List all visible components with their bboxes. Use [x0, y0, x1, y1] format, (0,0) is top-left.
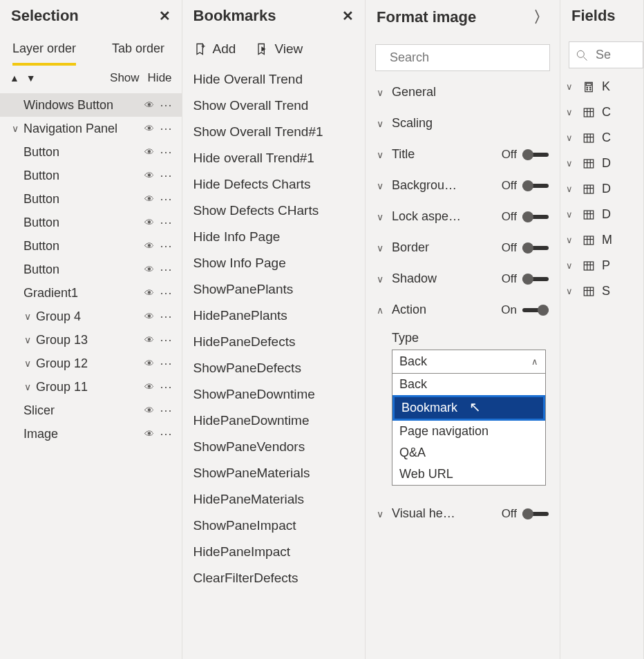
- visibility-icon[interactable]: 👁: [144, 287, 160, 298]
- toggle-switch[interactable]: [522, 308, 549, 312]
- chevron-down-icon[interactable]: ∨: [566, 184, 576, 194]
- selection-item[interactable]: ∨Group 13👁⋯: [0, 328, 182, 352]
- chevron-down-icon[interactable]: ∨: [566, 82, 576, 92]
- format-section[interactable]: ∨TitleOff: [366, 139, 560, 170]
- bookmark-item[interactable]: ShowPaneDowntime: [182, 381, 365, 408]
- visibility-icon[interactable]: 👁: [144, 311, 160, 322]
- bookmark-item[interactable]: HidePanePlants: [182, 303, 365, 329]
- more-icon[interactable]: ⋯: [160, 144, 175, 160]
- visibility-icon[interactable]: 👁: [144, 240, 160, 251]
- chevron-down-icon[interactable]: ∨: [566, 107, 576, 117]
- chevron-down-icon[interactable]: ∨: [377, 274, 392, 285]
- toggle-switch[interactable]: [522, 153, 549, 157]
- hide-all-button[interactable]: Hide: [148, 71, 172, 85]
- chevron-down-icon[interactable]: ∨: [566, 235, 576, 245]
- visibility-icon[interactable]: 👁: [144, 264, 160, 275]
- format-section[interactable]: ∨Backgrou…Off: [366, 170, 560, 201]
- toggle-switch[interactable]: [522, 512, 549, 516]
- more-icon[interactable]: ⋯: [160, 356, 175, 371]
- visibility-icon[interactable]: 👁: [144, 217, 160, 228]
- bookmark-item[interactable]: ShowPaneVendors: [182, 434, 365, 460]
- dropdown-option[interactable]: Q&A: [392, 442, 545, 464]
- toggle-switch[interactable]: [522, 215, 549, 219]
- format-section[interactable]: ∨Lock aspe…Off: [366, 201, 560, 232]
- chevron-down-icon[interactable]: ∨: [566, 286, 576, 296]
- visibility-icon[interactable]: 👁: [144, 146, 160, 157]
- more-icon[interactable]: ⋯: [160, 332, 175, 347]
- format-search[interactable]: [375, 44, 550, 71]
- selection-item[interactable]: Button👁⋯: [0, 187, 182, 211]
- selection-item[interactable]: ∨Navigation Panel👁⋯: [0, 117, 182, 140]
- bookmark-item[interactable]: ClearFilterDefects: [182, 565, 365, 591]
- bookmark-item[interactable]: Show Overall Trend: [182, 93, 365, 119]
- selection-item[interactable]: Button👁⋯: [0, 140, 182, 164]
- selection-item[interactable]: Image👁⋯: [0, 422, 182, 446]
- more-icon[interactable]: ⋯: [160, 168, 175, 183]
- bookmark-item[interactable]: HidePaneDowntime: [182, 408, 365, 434]
- visibility-icon[interactable]: 👁: [144, 428, 160, 439]
- show-all-button[interactable]: Show: [110, 71, 140, 85]
- type-select[interactable]: Back∧: [392, 350, 546, 374]
- more-icon[interactable]: ⋯: [160, 191, 175, 207]
- format-section[interactable]: ∨Visual he…Off: [366, 498, 560, 529]
- field-item[interactable]: ∨D: [560, 176, 643, 202]
- dropdown-option[interactable]: Page navigation: [392, 421, 545, 442]
- chevron-down-icon[interactable]: ∨: [377, 508, 392, 519]
- chevron-down-icon[interactable]: ∨: [377, 149, 392, 160]
- search-input[interactable]: [390, 50, 550, 65]
- selection-item[interactable]: ∨Group 11👁⋯: [0, 375, 182, 399]
- more-icon[interactable]: ⋯: [160, 97, 175, 113]
- bookmark-item[interactable]: Show Info Page: [182, 250, 365, 276]
- visibility-icon[interactable]: 👁: [144, 405, 160, 416]
- bookmark-item[interactable]: Hide Defects Charts: [182, 171, 365, 198]
- chevron-down-icon[interactable]: ∨: [377, 118, 392, 129]
- bookmark-item[interactable]: ShowPaneImpact: [182, 513, 365, 539]
- more-icon[interactable]: ⋯: [160, 121, 175, 136]
- dropdown-option[interactable]: Bookmark↖: [392, 395, 545, 421]
- fields-search[interactable]: [569, 41, 643, 68]
- chevron-down-icon[interactable]: ∨: [19, 334, 36, 345]
- selection-item[interactable]: ∨Group 12👁⋯: [0, 352, 182, 375]
- dropdown-option[interactable]: Back: [392, 374, 545, 395]
- bookmark-item[interactable]: Hide Info Page: [182, 224, 365, 250]
- view-bookmark-button[interactable]: View: [255, 41, 303, 57]
- field-item[interactable]: ∨S: [560, 278, 643, 304]
- field-item[interactable]: ∨D: [560, 151, 643, 176]
- toggle-switch[interactable]: [522, 277, 549, 281]
- chevron-down-icon[interactable]: ∨: [377, 87, 392, 98]
- more-icon[interactable]: ⋯: [160, 379, 175, 394]
- chevron-down-icon[interactable]: ∨: [377, 242, 392, 254]
- chevron-up-icon[interactable]: ∧: [377, 305, 392, 316]
- bookmark-item[interactable]: Hide overall Trend#1: [182, 145, 365, 171]
- bookmark-item[interactable]: HidePaneImpact: [182, 539, 365, 565]
- chevron-right-icon[interactable]: 〉: [533, 7, 549, 28]
- move-down-icon[interactable]: ▼: [26, 73, 36, 84]
- chevron-down-icon[interactable]: ∨: [377, 180, 392, 191]
- bookmark-item[interactable]: Show Defects CHarts: [182, 198, 365, 224]
- add-bookmark-button[interactable]: Add: [193, 41, 236, 57]
- chevron-down-icon[interactable]: ∨: [7, 123, 23, 134]
- more-icon[interactable]: ⋯: [160, 426, 175, 441]
- selection-item[interactable]: Button👁⋯: [0, 258, 182, 281]
- format-section[interactable]: ∨Scaling: [366, 108, 560, 139]
- bookmark-item[interactable]: ShowPaneMaterials: [182, 460, 365, 486]
- selection-item[interactable]: Windows Button👁⋯: [0, 93, 182, 117]
- bookmark-item[interactable]: ShowPaneDefects: [182, 355, 365, 381]
- format-section[interactable]: ∧ActionOn: [366, 294, 560, 325]
- field-item[interactable]: ∨C: [560, 125, 643, 151]
- field-item[interactable]: ∨K: [560, 74, 643, 99]
- close-icon[interactable]: ✕: [342, 8, 354, 24]
- field-item[interactable]: ∨M: [560, 227, 643, 253]
- chevron-down-icon[interactable]: ∨: [566, 260, 576, 271]
- bookmark-item[interactable]: HidePaneDefects: [182, 329, 365, 355]
- visibility-icon[interactable]: 👁: [144, 99, 160, 111]
- visibility-icon[interactable]: 👁: [144, 170, 160, 181]
- chevron-down-icon[interactable]: ∨: [377, 211, 392, 222]
- format-section[interactable]: ∨ShadowOff: [366, 263, 560, 294]
- selection-item[interactable]: Button👁⋯: [0, 234, 182, 258]
- selection-item[interactable]: Gradient1👁⋯: [0, 281, 182, 305]
- close-icon[interactable]: ✕: [159, 8, 171, 24]
- move-up-icon[interactable]: ▲: [10, 73, 19, 84]
- bookmark-item[interactable]: ShowPanePlants: [182, 276, 365, 303]
- selection-item[interactable]: Button👁⋯: [0, 164, 182, 187]
